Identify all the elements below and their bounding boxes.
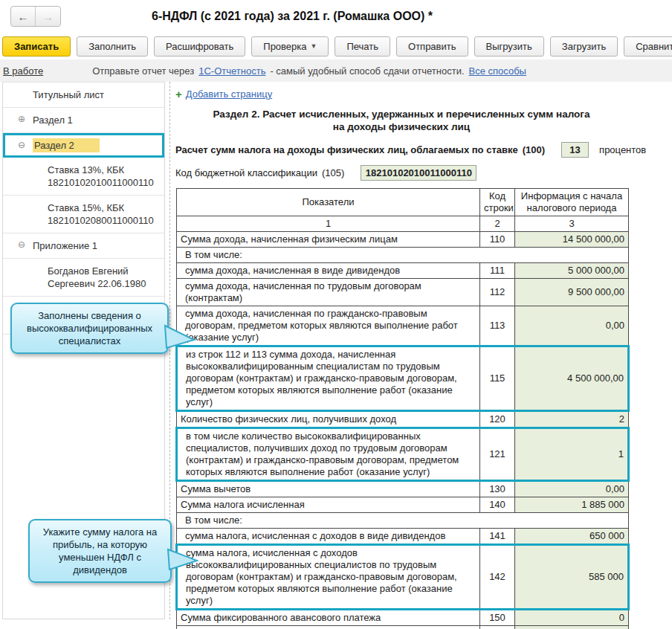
row-value-field[interactable]: 100 000 [515,626,629,629]
tax-rate-row: Расчет сумм налога на доходы физических … [175,142,672,158]
report-table: Показатели Код строки Информация с начал… [175,188,630,629]
row-label: Сумма вычетов [177,481,480,497]
sidebar-item-5[interactable]: ⊖Приложение 1 [3,233,164,259]
toolbar-button-7[interactable]: Загрузить [550,36,618,57]
page-title: 6-НДФЛ (с 2021 года) за 2021 г. (Ромашка… [152,10,433,23]
table-row-110: Сумма дохода, начисленная физическим лиц… [177,232,629,248]
toolbar-button-label: Расшифровать [166,41,233,52]
row-value-field[interactable]: 2 [515,411,629,428]
forward-button[interactable]: → [36,7,60,26]
table-row-113: сумма дохода, начисленная по гражданско-… [177,306,629,346]
tax-rate-label: Расчет сумм налога на доходы физических … [175,144,518,155]
row-value-field[interactable]: 5 000 000,00 [515,263,629,279]
row-value-field[interactable]: 1 885 000 [515,497,629,513]
row-value-field[interactable]: 0 [515,610,629,626]
toolbar: ЗаписатьЗаполнитьРасшифроватьПроверка▼Пе… [0,33,672,59]
back-button[interactable]: ← [11,7,36,26]
row-code: 111 [480,263,515,279]
toolbar-button-label: Записать [14,41,59,52]
table-row-142: сумма налога, исчисленная с доходов высо… [177,545,629,610]
row-code: 130 [480,481,515,497]
section-label: В том числе: [177,513,629,529]
sidebar-item-4[interactable]: Ставка 15%, КБК 18210102080011000110 [3,196,164,233]
header-indicators: Показатели [177,189,480,216]
sidebar-item-label: Ставка 13%, КБК 18210102010011000110 [48,164,154,188]
row-value-field[interactable]: 0,00 [515,481,629,497]
toolbar-button-2[interactable]: Расшифровать [154,36,245,57]
table-section-row: В том числе: [177,513,629,529]
chevron-down-icon: ▼ [311,42,317,50]
row-value-field[interactable]: 14 500 000,00 [515,232,629,248]
section-title: Раздел 2. Расчет исчисленных, удержанных… [175,108,627,133]
tax-rate-field[interactable]: 13 [561,142,589,158]
toolbar-button-0[interactable]: Записать [2,36,71,57]
back-arrow-icon: ← [18,10,29,23]
sidebar-item-1[interactable]: ⊕Раздел 1 [3,108,164,133]
row-label: сумма налога, исчисленная с доходов высо… [177,545,480,610]
toolbar-button-3[interactable]: Проверка▼ [251,36,329,57]
status-state-link[interactable]: В работе [3,65,43,77]
row-code: 150 [480,610,515,626]
row-value-field[interactable]: 650 000 [515,529,629,545]
callout-profit-tax-info: Укажите сумму налога на прибыль, на кото… [28,519,172,583]
table-row-120: Количество физических лиц, получивших до… [177,411,629,428]
sidebar-item-label: Титульный лист [33,89,104,100]
row-label: Сумма фиксированного авансового платежа [177,610,480,626]
row-code: 120 [480,411,515,428]
sidebar-item-label: Раздел 1 [33,114,73,126]
toolbar-button-6[interactable]: Выгрузить [474,36,544,57]
row-label: Сумма налога исчисленная [177,497,480,513]
table-row-112: сумма дохода, начисленная по трудовым до… [177,279,629,306]
row-value-field[interactable]: 9 500 000,00 [515,279,629,306]
table-row-140: Сумма налога исчисленная1401 885 000 [177,497,629,513]
callout-tail-icon [167,547,198,574]
row-label: сумма дохода, начисленная в виде дивиден… [177,263,480,279]
kbk-row: Код бюджетной классификации (105) 182101… [175,165,672,181]
toolbar-button-8[interactable]: Сравнить [624,36,672,57]
toolbar-button-5[interactable]: Отправить [396,36,468,57]
kbk-label: Код бюджетной классификации [175,167,317,178]
row-code: 115 [480,346,515,411]
toolbar-button-1[interactable]: Заполнить [77,36,148,57]
toolbar-button-label: Выгрузить [486,41,532,52]
table-colnum-row: 1 2 3 [177,216,629,232]
collapse-icon[interactable]: ⊖ [18,239,25,251]
report-service-link[interactable]: 1С-Отчетность [198,65,265,77]
collapse-icon[interactable]: ⊖ [18,139,25,152]
app-window: ← → 6-НДФЛ (с 2021 года) за 2021 г. (Ром… [0,0,672,629]
row-label: Количество физических лиц, получивших до… [177,411,480,428]
status-bar: В работе Отправьте отчет через 1С-Отчетн… [0,59,672,82]
row-code: 141 [480,529,515,545]
callout-hqs-info: Заполнены сведения о высококвалифицирова… [10,303,169,354]
toolbar-button-4[interactable]: Печать [335,36,390,57]
sidebar-item-label: Раздел 2 [33,138,100,152]
expand-icon[interactable]: ⊕ [18,113,25,126]
row-code: 110 [480,232,515,248]
sidebar-item-3[interactable]: Ставка 13%, КБК 18210102010011000110 [3,158,164,196]
toolbar-button-label: Печать [346,41,378,52]
row-label: сумма налога, исчисленная с доходов в ви… [177,529,480,545]
row-value-field[interactable]: 0,00 [515,306,629,346]
table-row-150: Сумма фиксированного авансового платежа1… [177,610,629,626]
toolbar-button-label: Проверка [263,41,306,52]
add-page-button[interactable]: + Добавить страницу [175,88,272,100]
tax-rate-code: (100) [523,144,545,155]
row-value-field[interactable]: 4 500 000,00 [515,346,629,411]
table-section-row: В том числе: [177,248,629,263]
sidebar-item-2[interactable]: ⊖Раздел 2 [3,133,164,158]
all-ways-link[interactable]: Все способы [469,65,526,77]
kbk-field[interactable]: 18210102010011000110 [361,165,476,181]
row-code: 121 [480,428,515,481]
section-title-line1: Раздел 2. Расчет исчисленных, удержанных… [175,108,627,120]
sidebar-item-0[interactable]: Титульный лист [3,83,164,108]
tax-rate-suffix: процентов [599,144,646,155]
table-row-121: в том числе количество высококвалифициро… [177,428,629,481]
row-value-field[interactable]: 1 [515,428,629,481]
sidebar-item-label: Богданов Евгений Сергеевич 22.06.1980 [48,265,146,289]
row-label: сумма дохода, начисленная по гражданско-… [177,306,480,346]
toolbar-button-label: Загрузить [562,41,606,52]
row-value-field[interactable]: 585 000 [515,545,629,610]
sidebar-item-6[interactable]: Богданов Евгений Сергеевич 22.06.1980 [3,259,164,297]
table-row-111: сумма дохода, начисленная в виде дивиден… [177,263,629,279]
colnum-1: 1 [177,216,480,232]
